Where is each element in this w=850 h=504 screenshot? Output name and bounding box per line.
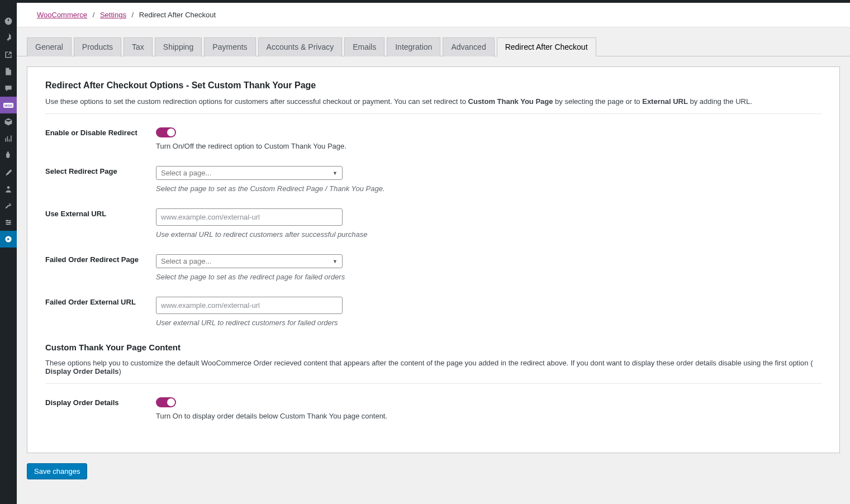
enable-redirect-label: Enable or Disable Redirect <box>45 127 156 150</box>
enable-redirect-toggle[interactable] <box>156 127 176 137</box>
external-url-input[interactable] <box>156 208 343 226</box>
breadcrumb-woocommerce[interactable]: WooCommerce <box>37 11 87 19</box>
woocommerce-icon[interactable]: woo <box>0 97 17 113</box>
external-url-help: Use external URL to redirect customers a… <box>156 230 821 239</box>
tab-emails[interactable]: Emails <box>344 37 384 56</box>
fail-redirect-page-dropdown[interactable]: Select a page... ▼ <box>156 254 343 268</box>
svg-point-0 <box>7 186 10 189</box>
section-title: Redirect After Checkout Options - Set Cu… <box>45 80 821 91</box>
tab-shipping[interactable]: Shipping <box>155 37 202 56</box>
tab-advanced[interactable]: Advanced <box>443 37 494 56</box>
chevron-down-icon: ▼ <box>333 170 338 176</box>
svg-point-5 <box>9 222 10 223</box>
admin-sidebar: woo <box>0 3 17 504</box>
select-page-help: Select the page to set as the Custom Red… <box>156 184 821 193</box>
fail-page-label: Failed Order Redirect Page <box>45 254 156 281</box>
analytics-icon[interactable] <box>0 130 17 147</box>
select-redirect-page-dropdown[interactable]: Select a page... ▼ <box>156 166 343 180</box>
svg-point-4 <box>6 220 7 221</box>
active-plugin-icon[interactable] <box>0 231 17 248</box>
products-icon[interactable] <box>0 113 17 130</box>
section-description: Use these options to set the custom redi… <box>45 97 821 114</box>
tab-redirect[interactable]: Redirect After Checkout <box>497 37 596 56</box>
fail-url-label: Failed Order External URL <box>45 297 156 327</box>
display-details-help: Turn On to display order details below C… <box>156 412 821 420</box>
plugins-icon[interactable] <box>0 147 17 164</box>
enable-redirect-help: Turn On/Off the redirect option to Custo… <box>156 142 821 150</box>
display-details-toggle[interactable] <box>156 397 176 407</box>
tab-general[interactable]: General <box>27 37 72 56</box>
settings-icon[interactable] <box>0 214 17 231</box>
breadcrumb: WooCommerce / Settings / Redirect After … <box>17 3 850 27</box>
tools-icon[interactable] <box>0 197 17 214</box>
fail-page-help: Select the page to set as the redirect p… <box>156 273 821 281</box>
tab-integration[interactable]: Integration <box>387 37 440 56</box>
comments-icon[interactable] <box>0 80 17 97</box>
section2-title: Custom Thank Your Page Content <box>45 343 821 352</box>
breadcrumb-current: Redirect After Checkout <box>139 11 216 19</box>
dashboard-icon[interactable] <box>0 13 17 30</box>
save-button[interactable]: Save changes <box>27 463 87 479</box>
tab-bar: General Products Tax Shipping Payments A… <box>17 27 850 56</box>
chevron-down-icon: ▼ <box>333 259 338 264</box>
tab-payments[interactable]: Payments <box>204 37 255 56</box>
fail-url-help: User external URL to redirect customers … <box>156 318 821 327</box>
fail-url-input[interactable] <box>156 297 343 314</box>
external-url-label: Use External URL <box>45 208 156 239</box>
tab-products[interactable]: Products <box>74 37 121 56</box>
main-content: WooCommerce / Settings / Redirect After … <box>17 3 850 504</box>
settings-panel: Redirect After Checkout Options - Set Cu… <box>27 66 840 453</box>
appearance-icon[interactable] <box>0 164 17 180</box>
media-icon[interactable] <box>0 46 17 63</box>
users-icon[interactable] <box>0 180 17 197</box>
display-details-label: Display Order Details <box>45 397 156 420</box>
tab-accounts[interactable]: Accounts & Privacy <box>258 37 343 56</box>
pages-icon[interactable] <box>0 63 17 80</box>
pin-icon[interactable] <box>0 30 17 46</box>
svg-point-6 <box>7 224 8 225</box>
select-page-label: Select Redirect Page <box>45 166 156 193</box>
section2-description: These options help you to customize the … <box>45 359 821 384</box>
breadcrumb-settings[interactable]: Settings <box>100 11 126 19</box>
tab-tax[interactable]: Tax <box>124 37 153 56</box>
